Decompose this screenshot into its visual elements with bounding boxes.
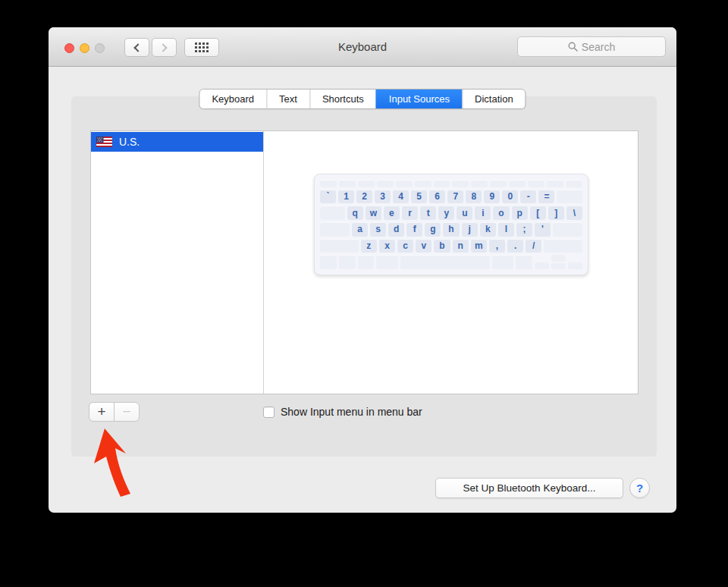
search-field[interactable]: Search — [517, 36, 666, 57]
key-c: c — [397, 239, 413, 253]
key-blank — [452, 180, 469, 187]
key-blank — [377, 180, 394, 187]
key-blank — [544, 239, 582, 253]
key-blank — [492, 255, 513, 269]
key-blank — [509, 180, 526, 187]
key-y: y — [438, 206, 454, 220]
key-x: x — [379, 239, 395, 253]
key-blank — [434, 180, 450, 187]
content: Keyboard Text Shortcuts Input Sources Di… — [49, 67, 676, 513]
key-blank — [566, 180, 582, 187]
key-;: ; — [516, 222, 532, 237]
key-blank — [400, 255, 490, 269]
key-blank — [320, 239, 359, 253]
key-blank — [358, 255, 375, 269]
tab-dictation[interactable]: Dictation — [462, 89, 526, 108]
key-=: = — [538, 190, 554, 204]
tab-shortcuts[interactable]: Shortcuts — [309, 89, 376, 108]
key-o: o — [493, 206, 509, 220]
key-q: q — [347, 206, 363, 220]
key-': ' — [535, 222, 551, 237]
tab-keyboard[interactable]: Keyboard — [199, 89, 266, 108]
key-n: n — [453, 239, 469, 253]
key-]: ] — [548, 206, 564, 220]
key-u: u — [457, 206, 472, 220]
input-sources-pane: U.S. `1234567890-=qwertyuiop[]\asdfghjkl… — [90, 130, 639, 394]
key-blank — [320, 222, 350, 237]
key-blank — [358, 180, 375, 187]
key-blank — [557, 190, 582, 204]
key-k: k — [480, 222, 496, 237]
key-5: 5 — [411, 190, 427, 204]
key-j: j — [462, 222, 478, 237]
keyboard-preferences-window: Keyboard Search Keyboard Text Shortcuts … — [49, 27, 676, 513]
key-blank — [320, 206, 345, 220]
key-blank — [490, 180, 507, 187]
key-a: a — [352, 222, 368, 237]
show-input-menu-label: Show Input menu in menu bar — [281, 406, 422, 418]
key-blank — [553, 222, 582, 237]
key-blank — [516, 255, 532, 269]
tab-text[interactable]: Text — [266, 89, 309, 108]
key-/: / — [526, 239, 541, 253]
key-7: 7 — [447, 190, 463, 204]
key-blank — [376, 255, 397, 269]
key-blank — [339, 255, 356, 269]
arrow-keys — [535, 255, 582, 269]
key-t: t — [420, 206, 436, 220]
key-blank — [320, 180, 337, 187]
screen: Keyboard Search Keyboard Text Shortcuts … — [0, 0, 728, 587]
show-input-menu-checkbox[interactable] — [263, 407, 275, 418]
list-item-us[interactable]: U.S. — [91, 132, 263, 152]
key-blank — [339, 180, 356, 187]
key-blank — [320, 255, 337, 269]
input-sources-list: U.S. — [91, 131, 264, 394]
key-r: r — [402, 206, 418, 220]
show-input-menu-option: Show Input menu in menu bar — [263, 406, 422, 418]
key-s: s — [370, 222, 386, 237]
key-6: 6 — [429, 190, 445, 204]
key-.: . — [507, 239, 523, 253]
help-button[interactable]: ? — [629, 478, 650, 498]
titlebar: Keyboard Search — [49, 27, 676, 67]
key-e: e — [384, 206, 400, 220]
key-h: h — [443, 222, 459, 237]
list-edit-controls: + − — [89, 402, 140, 422]
key-f: f — [406, 222, 422, 237]
key-p: p — [512, 206, 528, 220]
key-3: 3 — [375, 190, 391, 204]
key-\: \ — [566, 206, 582, 220]
key--: - — [520, 190, 536, 204]
us-flag-icon — [96, 137, 112, 147]
key-v: v — [416, 239, 431, 253]
key-,: , — [489, 239, 505, 253]
layout-detail: `1234567890-=qwertyuiop[]\asdfghjkl;'zxc… — [264, 131, 638, 394]
key-blank — [415, 180, 431, 187]
key-m: m — [471, 239, 487, 253]
list-item-label: U.S. — [119, 136, 140, 148]
key-2: 2 — [356, 190, 372, 204]
tab-bar: Keyboard Text Shortcuts Input Sources Di… — [199, 89, 526, 109]
key-9: 9 — [484, 190, 500, 204]
key-blank — [471, 180, 488, 187]
key-d: d — [388, 222, 404, 237]
tab-input-sources[interactable]: Input Sources — [376, 89, 462, 108]
key-l: l — [498, 222, 514, 237]
key-4: 4 — [393, 190, 409, 204]
key-`: ` — [320, 190, 336, 204]
setup-bluetooth-keyboard-button[interactable]: Set Up Bluetooth Keyboard... — [435, 478, 623, 498]
key-[: [ — [530, 206, 546, 220]
key-w: w — [366, 206, 381, 220]
key-1: 1 — [338, 190, 354, 204]
search-icon — [568, 42, 578, 52]
key-z: z — [361, 239, 377, 253]
key-blank — [547, 180, 563, 187]
remove-input-source-button[interactable]: − — [114, 402, 140, 422]
key-0: 0 — [502, 190, 518, 204]
add-input-source-button[interactable]: + — [89, 402, 115, 422]
key-g: g — [425, 222, 441, 237]
key-blank — [528, 180, 544, 187]
key-b: b — [434, 239, 450, 253]
key-8: 8 — [466, 190, 482, 204]
key-i: i — [475, 206, 491, 220]
